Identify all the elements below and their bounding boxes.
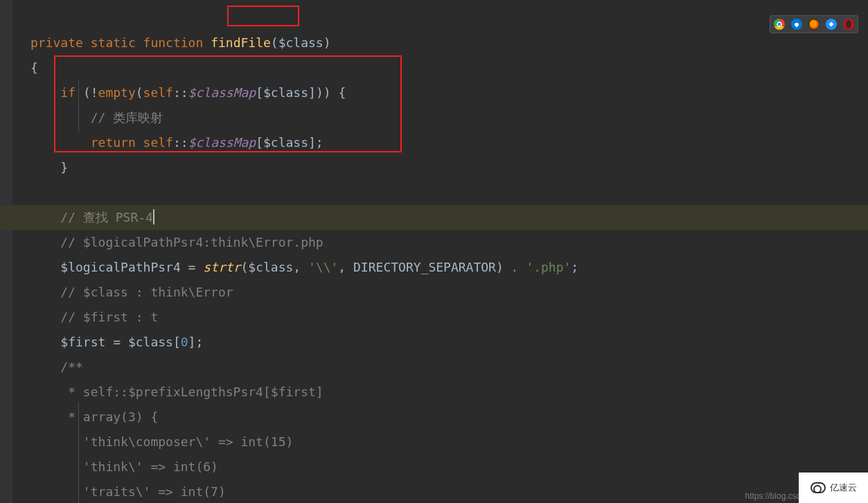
text-caret	[153, 209, 154, 224]
keyword-self: self	[143, 85, 173, 100]
yisu-label: 亿速云	[830, 475, 857, 500]
op-concat: .	[511, 260, 519, 274]
static-prop-classmap: $classMap	[188, 135, 256, 150]
edge-icon[interactable]	[791, 19, 802, 30]
var-logicalPathPsr4: $logicalPathPsr4	[60, 260, 180, 274]
firefox-icon[interactable]	[808, 19, 820, 30]
comment: // 类库映射	[91, 110, 163, 125]
static-prop-classmap: $classMap	[188, 85, 256, 100]
brace-close: }	[60, 160, 68, 175]
keyword-private: private	[30, 35, 83, 50]
docblock-line: * self::$prefixLengthsPsr4[$first]	[60, 385, 323, 399]
function-name: findFile	[211, 35, 271, 50]
string: '.php'	[526, 260, 571, 274]
paren: (	[136, 85, 143, 100]
args2: , DIRECTORY_SEPARATOR)	[338, 260, 511, 274]
opera-icon[interactable]	[843, 19, 854, 30]
yisu-logo-icon	[811, 482, 826, 493]
dcolon: ::	[173, 85, 188, 100]
idx-close: ];	[188, 335, 204, 349]
docblock-line: * array(3) {	[60, 409, 158, 424]
space	[136, 135, 143, 150]
code-editor[interactable]: private static function findFile($class)…	[0, 0, 868, 503]
keyword-static: static	[91, 35, 136, 50]
keyword-return: return	[91, 135, 136, 150]
current-line[interactable]: // 查找 PSR-4	[0, 205, 868, 230]
docblock-line: 'think\composer\' => int(15)	[60, 434, 293, 449]
args: ($class,	[240, 260, 308, 274]
indent-guide	[78, 402, 79, 503]
var-first: $first	[60, 335, 105, 349]
params: ($class)	[271, 35, 331, 50]
comment: // $first : t	[60, 310, 158, 324]
comment: // 查找 PSR-4	[60, 210, 153, 224]
docblock-open: /**	[60, 360, 83, 374]
keyword-if: if	[60, 85, 76, 100]
watermark-url: https://blog.csdn.n	[0, 491, 868, 501]
keyword-function: function	[143, 35, 204, 50]
space	[518, 260, 526, 274]
safari-icon[interactable]	[826, 19, 837, 30]
browser-preview-toolbar[interactable]	[770, 15, 858, 33]
yisu-watermark: 亿速云	[799, 473, 868, 503]
comment: // $class : think\Error	[60, 285, 233, 299]
index: [$class])) {	[256, 85, 346, 100]
var-class-idx: $class[	[128, 335, 181, 349]
keyword-self: self	[143, 135, 173, 150]
index: [$class];	[256, 135, 324, 150]
string: '\\'	[308, 260, 338, 274]
builtin-strtr: strtr	[203, 260, 240, 274]
docblock-line: 'think\' => int(6)	[60, 459, 218, 474]
comment: // $logicalPathPsr4:think\Error.php	[60, 235, 323, 249]
semi: ;	[571, 260, 578, 274]
indent-guide	[78, 80, 79, 133]
assign: =	[105, 335, 128, 349]
dcolon: ::	[173, 135, 188, 150]
number: 0	[181, 335, 188, 349]
assign: =	[181, 260, 204, 274]
chrome-icon[interactable]	[774, 19, 785, 30]
builtin-empty: empty	[98, 85, 136, 100]
brace-open: {	[30, 60, 38, 75]
